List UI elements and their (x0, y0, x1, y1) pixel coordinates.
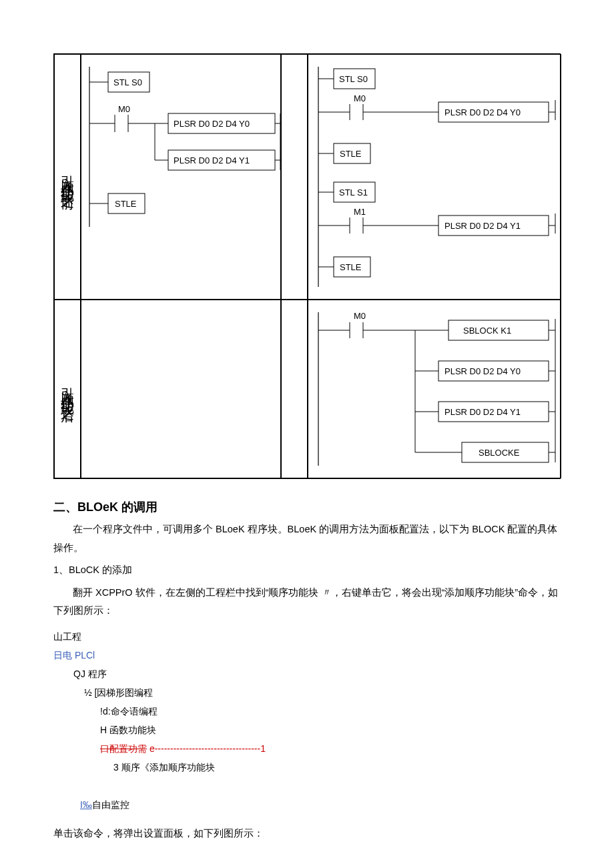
para-1: 在一个程序文件中，可调用多个 BLoeK 程序块。BLoeK 的调用方法为面板配… (53, 520, 561, 557)
tree-monitor: I‰自由监控 (80, 795, 561, 814)
tr-stle1: STLE (340, 149, 362, 159)
tree-add-seq-block: 3 顺序《添加顺序功能块 (113, 758, 561, 777)
diagram-top-left: STL S0 M0 PLSR D0 D2 D4 Y0 PLSR D0 D2 D4… (81, 54, 281, 300)
heading-num: 二、 (53, 500, 77, 514)
tree-command: !d:命令语编程 (100, 702, 561, 721)
project-tree: 山工程 日电 PLCl QJ 程序 ½ [因梯形图编程 !d:命令语编程 H 函… (53, 627, 561, 814)
diagram-bottom-left (81, 300, 281, 478)
tree-monitor-prefix: I‰ (80, 799, 92, 810)
diagram-bottom-right: M0 SBLOCK K1 PLSR D0 D2 D4 Y0 PLSR D0 D2… (308, 300, 561, 478)
br-plsr2: PLSR D0 D2 D4 Y1 (444, 407, 521, 417)
tree-config: 口配置功需 e---------------------------------… (100, 739, 561, 758)
tl-plsr1: PLSR D0 D2 D4 Y0 (174, 119, 250, 129)
br-m0: M0 (354, 311, 366, 321)
tree-function-block: H 函数功能块 (100, 721, 561, 739)
tr-stle2: STLE (340, 262, 362, 272)
item-1: 1、BLoCK 的添加 (53, 561, 561, 580)
row2-label: 引入顺序功能块之后 (54, 300, 81, 478)
br-plsr1: PLSR D0 D2 D4 Y0 (444, 366, 521, 376)
tr-stls1: STL S1 (339, 187, 368, 197)
para-2: 翻开 XCPPrO 软件，在左侧的工程栏中找到“顺序功能块 〃，右键单击它，将会… (53, 584, 561, 620)
tree-root: 山工程 (53, 627, 561, 646)
tr-stls0: STL S0 (339, 74, 368, 84)
tree-ladder: ½ [因梯形图编程 (84, 683, 561, 702)
tl-plsr2: PLSR D0 D2 D4 Y1 (174, 155, 250, 165)
comparison-table: 引入顺序功能块之前 STL S0 M0 PLSR D0 D2 D4 Y0 (53, 53, 561, 479)
tr-m0: M0 (354, 93, 366, 103)
para-3: 单击该命令，将弹出设置面板，如下列图所示： (53, 825, 561, 843)
tree-program: QJ 程序 (73, 665, 561, 683)
heading-title: BLOeK 的调用 (77, 500, 158, 514)
tr-plsr1: PLSR D0 D2 D4 Y0 (444, 107, 521, 117)
tl-m0: M0 (118, 104, 130, 114)
row1-label: 引入顺序功能块之前 (54, 54, 81, 300)
tl-stle: STLE (115, 199, 137, 209)
tr-m1: M1 (354, 207, 366, 217)
tree-config-tail: e----------------------------------1 (147, 743, 266, 754)
row1-label-text: 引入顺序功能块之前 (57, 165, 78, 189)
tree-config-strike: 口配置功需 (100, 743, 147, 754)
row2-right-label (281, 300, 308, 478)
tr-plsr2: PLSR D0 D2 D4 Y1 (444, 221, 521, 231)
diagram-top-right: STL S0 M0 PLSR D0 D2 D4 Y0 STLE STL S1 M… (308, 54, 561, 300)
br-sblocke: SBLOCKE (479, 448, 520, 458)
tree-plc: 日电 PLCl (53, 646, 561, 665)
section-heading: 二、BLOeK 的调用 (53, 499, 561, 515)
br-sblock: SBLOCK K1 (463, 326, 511, 336)
row1-right-label (281, 54, 308, 300)
tl-stls0: STL S0 (113, 77, 142, 87)
row2-label-text: 引入顺序功能块之后 (57, 377, 78, 401)
tree-monitor-text: 自由监控 (92, 799, 129, 810)
